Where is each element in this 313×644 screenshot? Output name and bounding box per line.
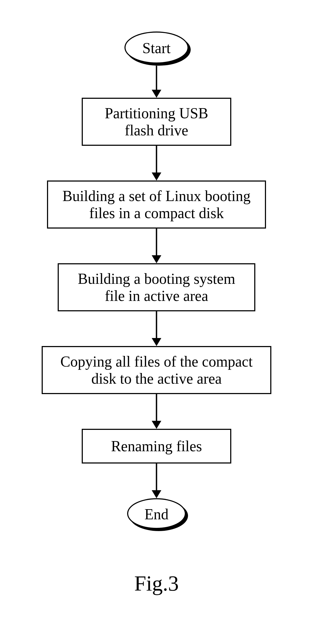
arrow-3 bbox=[151, 311, 162, 346]
figure-label: Fig.3 bbox=[134, 571, 179, 596]
process-step-5-label: Renaming files bbox=[111, 438, 202, 455]
flowchart-canvas: Start Partitioning USB flash drive Build… bbox=[0, 0, 313, 644]
process-step-3: Building a booting system file in active… bbox=[58, 263, 255, 311]
process-step-3-label: Building a booting system file in active… bbox=[78, 270, 235, 305]
process-step-4: Copying all files of the compact disk to… bbox=[42, 346, 271, 394]
process-step-1: Partitioning USB flash drive bbox=[82, 98, 231, 146]
arrow-2 bbox=[151, 229, 162, 263]
process-step-2: Building a set of Linux booting files in… bbox=[47, 180, 266, 229]
terminator-start: Start bbox=[124, 32, 189, 64]
process-step-1-label: Partitioning USB flash drive bbox=[105, 105, 208, 139]
process-step-4-label: Copying all files of the compact disk to… bbox=[60, 353, 253, 387]
terminator-start-label: Start bbox=[124, 41, 189, 56]
terminator-end: End bbox=[127, 498, 186, 529]
arrow-5 bbox=[151, 464, 162, 498]
arrow-0 bbox=[151, 66, 162, 98]
process-step-5: Renaming files bbox=[82, 429, 231, 464]
process-step-2-label: Building a set of Linux booting files in… bbox=[62, 187, 251, 222]
arrow-1 bbox=[151, 146, 162, 180]
terminator-end-label: End bbox=[127, 507, 186, 522]
arrow-4 bbox=[151, 394, 162, 429]
